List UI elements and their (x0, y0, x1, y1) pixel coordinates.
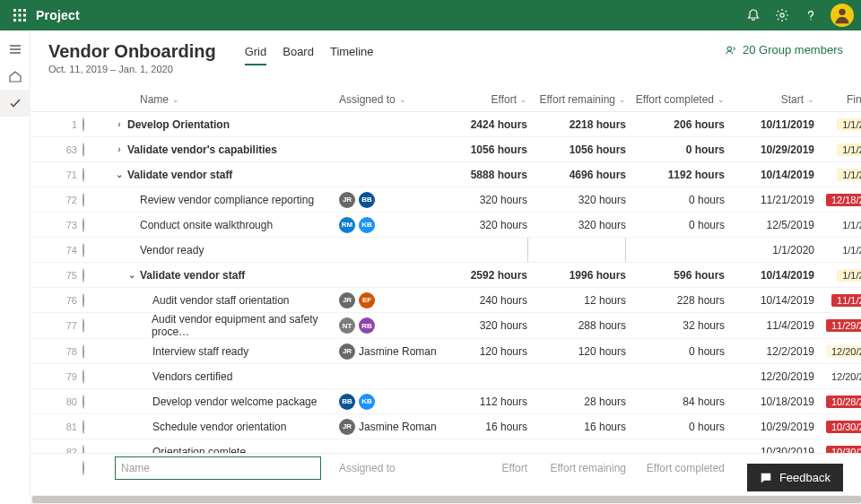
new-task-name-input[interactable] (115, 456, 321, 480)
caret-right-icon[interactable]: › (115, 119, 124, 129)
col-effort[interactable]: Effort⌄ (447, 93, 527, 106)
assignee-avatar: RM (339, 217, 355, 233)
task-name: Review vendor compliance reporting (140, 194, 314, 206)
task-select-radio[interactable] (83, 318, 84, 333)
task-select-radio[interactable] (83, 420, 84, 434)
notifications-icon[interactable] (739, 1, 768, 30)
col-remaining[interactable]: Effort remaining⌄ (527, 93, 626, 106)
settings-icon[interactable] (768, 1, 796, 30)
assigned-cell[interactable]: JRJasmine Roman (339, 343, 447, 360)
remaining-cell: 16 hours (527, 421, 626, 433)
user-avatar[interactable] (831, 4, 854, 27)
task-select-radio[interactable] (83, 168, 84, 182)
table-row[interactable]: 1›Develop Orientation2424 hours2218 hour… (30, 112, 861, 137)
col-completed[interactable]: Effort completed⌄ (626, 93, 725, 106)
start-cell: 10/29/2019 (725, 421, 814, 433)
completed-cell: 32 hours (626, 319, 725, 332)
help-icon[interactable] (796, 1, 825, 30)
ph-effort: Effort (447, 462, 527, 474)
finish-date: 11/29/2019 (826, 319, 861, 332)
caret-down-icon[interactable]: ⌄ (127, 270, 136, 280)
tab-board[interactable]: Board (283, 45, 314, 65)
effort-cell: 320 hours (447, 194, 527, 206)
remaining-cell: 120 hours (527, 345, 626, 358)
feedback-button[interactable]: Feedback (747, 464, 843, 491)
assignee-avatar: KB (359, 394, 375, 410)
assignee-avatar: BB (359, 192, 375, 208)
app-launcher-icon[interactable] (7, 3, 32, 28)
task-select-radio[interactable] (83, 369, 84, 384)
col-finish[interactable]: Finish⌄ (814, 93, 861, 106)
task-select-radio[interactable] (83, 143, 84, 157)
svg-rect-8 (23, 19, 26, 22)
assignee-name: Jasmine Roman (359, 421, 437, 433)
start-cell: 11/21/2019 (725, 194, 814, 206)
table-row[interactable]: 74Vendor ready1/1/20201/1/2020 (30, 238, 861, 263)
assigned-cell[interactable]: JRBB (339, 192, 447, 208)
row-number: 63 (38, 144, 83, 155)
task-select-radio[interactable] (83, 445, 84, 454)
row-number: 73 (38, 220, 83, 230)
assigned-cell[interactable]: JREF (339, 292, 447, 308)
completed-cell: 84 hours (626, 395, 725, 408)
finish-cell: 1/1/2020 (814, 169, 861, 181)
table-row[interactable]: 81Schedule vendor orientationJRJasmine R… (30, 414, 861, 439)
finish-date: 12/20/2019 (826, 345, 861, 358)
task-name: Conduct onsite walkthrough (140, 219, 273, 231)
task-name: Audit vendor staff orientation (152, 294, 290, 307)
checkmark-icon[interactable] (0, 90, 30, 117)
col-name[interactable]: Name⌄ (115, 93, 339, 106)
task-select-radio[interactable] (83, 243, 84, 257)
chevron-down-icon: ⌄ (172, 95, 179, 104)
finish-cell: 10/30/2019 (814, 421, 861, 433)
tab-grid[interactable]: Grid (245, 45, 267, 65)
group-members-link[interactable]: 20 Group members (725, 41, 843, 56)
table-row[interactable]: 79Vendors certified12/20/201912/20/2019 (30, 364, 861, 389)
effort-cell: 16 hours (447, 421, 527, 433)
col-start[interactable]: Start⌄ (725, 93, 814, 106)
table-row[interactable]: 82Orientation comlete10/30/201910/30/201… (30, 439, 861, 453)
table-row[interactable]: 72Review vendor compliance reportingJRBB… (30, 187, 861, 213)
row-number: 79 (38, 371, 83, 382)
task-select-radio[interactable] (83, 344, 84, 359)
caret-right-icon[interactable]: › (115, 144, 124, 154)
home-icon[interactable] (0, 63, 30, 90)
task-select-radio[interactable] (83, 461, 84, 475)
tab-timeline[interactable]: Timeline (330, 45, 374, 65)
remaining-cell: 2218 hours (527, 118, 626, 131)
assigned-cell[interactable]: RMKB (339, 217, 447, 233)
completed-cell: 0 hours (626, 194, 725, 206)
task-select-radio[interactable] (83, 218, 84, 232)
row-number: 74 (38, 245, 83, 256)
assigned-cell[interactable]: JRJasmine Roman (339, 419, 447, 435)
task-select-radio[interactable] (83, 395, 84, 409)
task-grid: Name⌄ Assigned to⌄ Effort⌄ Effort remain… (30, 87, 861, 495)
start-cell: 10/14/2019 (725, 269, 814, 282)
table-row[interactable]: 76Audit vendor staff orientationJREF240 … (30, 288, 861, 313)
task-select-radio[interactable] (83, 193, 84, 207)
horizontal-scrollbar[interactable] (30, 495, 861, 504)
assigned-cell[interactable]: NTRB (339, 317, 447, 334)
table-row[interactable]: 77Audit vendor equipment and safety proc… (30, 313, 861, 339)
table-row[interactable]: 80Develop vendor welcome packageBBKB112 … (30, 389, 861, 414)
start-cell: 12/2/2019 (725, 345, 814, 358)
task-name: Vendor ready (140, 244, 204, 256)
task-name: Orientation comlete (152, 446, 246, 454)
table-row[interactable]: 75⌄Validate vendor staff2592 hours1996 h… (30, 263, 861, 288)
col-assigned[interactable]: Assigned to⌄ (339, 93, 447, 106)
task-select-radio[interactable] (83, 293, 84, 308)
table-row[interactable]: 71⌄Validate vendor staff5888 hours4696 h… (30, 162, 861, 187)
table-row[interactable]: 63›Validate vendor's capabilities1056 ho… (30, 137, 861, 162)
caret-down-icon[interactable]: ⌄ (115, 169, 124, 179)
task-select-radio[interactable] (83, 268, 84, 282)
task-select-radio[interactable] (83, 117, 84, 132)
table-row[interactable]: 73Conduct onsite walkthroughRMKB320 hour… (30, 213, 861, 238)
effort-cell: 240 hours (447, 294, 527, 307)
table-row[interactable]: 78Interview staff readyJRJasmine Roman12… (30, 339, 861, 364)
row-number: 81 (38, 421, 83, 432)
completed-cell: 1192 hours (626, 169, 725, 181)
row-number: 1 (38, 119, 83, 130)
menu-icon[interactable] (0, 36, 30, 63)
row-number: 72 (38, 195, 83, 205)
assigned-cell[interactable]: BBKB (339, 394, 447, 410)
